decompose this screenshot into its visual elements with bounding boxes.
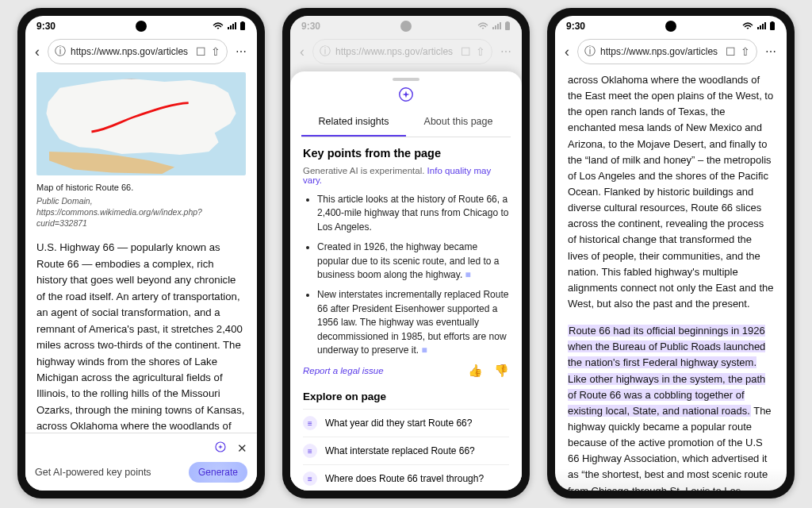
list-icon: ≡ bbox=[303, 471, 317, 486]
site-info-icon[interactable]: ⓘ bbox=[584, 44, 596, 59]
url-text: https://www.nps.gov/articles bbox=[71, 46, 191, 57]
share-icon[interactable]: ⇧ bbox=[741, 45, 750, 58]
wifi-icon bbox=[213, 22, 224, 30]
url-bar[interactable]: ⓘ https://www.nps.gov/articles ☐ ⇧ bbox=[48, 39, 228, 64]
status-time: 9:30 bbox=[36, 21, 56, 32]
key-points-list: This article looks at the history of Rou… bbox=[303, 193, 509, 357]
explore-question[interactable]: ≡What interstate replaced Route 66? bbox=[303, 437, 509, 464]
explore-question[interactable]: ≡Where does Route 66 travel through? bbox=[303, 464, 509, 491]
overflow-menu-icon[interactable]: ⋯ bbox=[232, 45, 251, 58]
caption-title: Map of historic Route 66. bbox=[36, 183, 133, 192]
url-text: https://www.nps.gov/articles bbox=[600, 46, 721, 57]
signal-icon bbox=[756, 22, 766, 30]
tab-about-page[interactable]: About this page bbox=[406, 108, 511, 137]
insights-sheet: Related insights About this page Key poi… bbox=[290, 71, 522, 491]
report-legal-link[interactable]: Report a legal issue bbox=[303, 366, 384, 375]
status-bar: 9:30 bbox=[555, 16, 787, 37]
sparkle-icon bbox=[213, 440, 228, 457]
ai-prompt-bar: ✕ Get AI-powered key points Generate bbox=[25, 433, 257, 491]
sheet-tabs: Related insights About this page bbox=[301, 108, 511, 137]
wifi-icon bbox=[742, 22, 753, 30]
thumbs-down-icon[interactable]: 👎 bbox=[494, 364, 509, 378]
sparkle-icon bbox=[290, 86, 522, 103]
overflow-menu-icon[interactable]: ⋯ bbox=[762, 45, 780, 58]
caption-credit: Public Domain, https://commons.wikimedia… bbox=[36, 195, 246, 229]
svg-rect-0 bbox=[240, 22, 245, 30]
svg-rect-7 bbox=[772, 21, 774, 23]
feedback-row: Report a legal issue 👍 👎 bbox=[303, 364, 509, 383]
explore-question[interactable]: ≡What year did they start Route 66? bbox=[303, 409, 509, 437]
site-info-icon[interactable]: ⓘ bbox=[55, 44, 66, 59]
drag-handle[interactable] bbox=[393, 78, 419, 81]
back-button[interactable]: ‹ bbox=[561, 44, 573, 60]
screen: 9:30 ‹ ⓘ https://www.nps.gov/articles ☐ … bbox=[290, 16, 522, 491]
screen: 9:30 ‹ ⓘ https://www.nps.gov/articles ☐ … bbox=[25, 16, 257, 491]
back-button[interactable]: ‹ bbox=[32, 44, 43, 60]
thumbs-up-icon[interactable]: 👍 bbox=[468, 364, 483, 378]
camera-punch-icon bbox=[136, 21, 147, 32]
status-icons bbox=[742, 21, 776, 31]
share-icon[interactable]: ⇧ bbox=[211, 45, 220, 58]
page-content: Map of historic Route 66. Public Domain,… bbox=[25, 69, 257, 491]
phone-mockup-3: 9:30 ‹ ⓘ https://www.nps.gov/articles ☐ … bbox=[547, 8, 795, 498]
bookmark-icon[interactable]: ☐ bbox=[726, 45, 736, 58]
screen: 9:30 ‹ ⓘ https://www.nps.gov/articles ☐ … bbox=[555, 16, 787, 491]
url-bar-row: ‹ ⓘ https://www.nps.gov/articles ☐ ⇧ ⋯ bbox=[25, 37, 257, 69]
sheet-body: Key points from the page Generative AI i… bbox=[290, 137, 522, 491]
url-bar[interactable]: ⓘ https://www.nps.gov/articles ☐ ⇧ bbox=[577, 39, 757, 64]
phone-mockup-2: 9:30 ‹ ⓘ https://www.nps.gov/articles ☐ … bbox=[282, 8, 530, 498]
article-paragraph: across Oklahoma where the woodlands of t… bbox=[568, 72, 774, 312]
key-points-heading: Key points from the page bbox=[303, 147, 509, 160]
explore-heading: Explore on page bbox=[303, 391, 509, 402]
disclaimer-text: Generative AI is experimental. Info qual… bbox=[303, 166, 509, 185]
bookmark-icon[interactable]: ☐ bbox=[196, 45, 206, 58]
battery-icon bbox=[769, 21, 776, 31]
svg-rect-6 bbox=[770, 22, 775, 30]
url-bar-row: ‹ ⓘ https://www.nps.gov/articles ☐ ⇧ ⋯ bbox=[555, 37, 787, 69]
article-paragraph: Route 66 had its official beginnings in … bbox=[568, 323, 774, 491]
tab-related-insights[interactable]: Related insights bbox=[301, 108, 406, 137]
route66-map bbox=[36, 72, 246, 175]
map-caption: Map of historic Route 66. Public Domain,… bbox=[36, 182, 246, 229]
page-content: across Oklahoma where the woodlands of t… bbox=[555, 69, 787, 491]
status-bar: 9:30 bbox=[25, 16, 257, 37]
close-icon[interactable]: ✕ bbox=[237, 441, 247, 456]
key-point-item: This article looks at the history of Rou… bbox=[317, 193, 509, 234]
signal-icon bbox=[227, 22, 236, 30]
key-point-item: New interstates incrementally replaced R… bbox=[317, 288, 509, 357]
svg-rect-1 bbox=[242, 21, 244, 23]
status-icons bbox=[213, 21, 246, 31]
key-point-item: Created in 1926, the highway became popu… bbox=[317, 241, 509, 282]
highlighted-passage[interactable]: Route 66 had its official beginnings in … bbox=[568, 325, 765, 417]
battery-icon bbox=[239, 21, 246, 31]
status-time: 9:30 bbox=[566, 21, 585, 32]
camera-punch-icon bbox=[665, 21, 676, 32]
list-icon: ≡ bbox=[303, 416, 317, 430]
phone-mockup-1: 9:30 ‹ ⓘ https://www.nps.gov/articles ☐ … bbox=[17, 8, 265, 498]
list-icon: ≡ bbox=[303, 444, 317, 458]
prompt-text: Get AI-powered key points bbox=[35, 467, 151, 478]
generate-button[interactable]: Generate bbox=[189, 462, 247, 483]
